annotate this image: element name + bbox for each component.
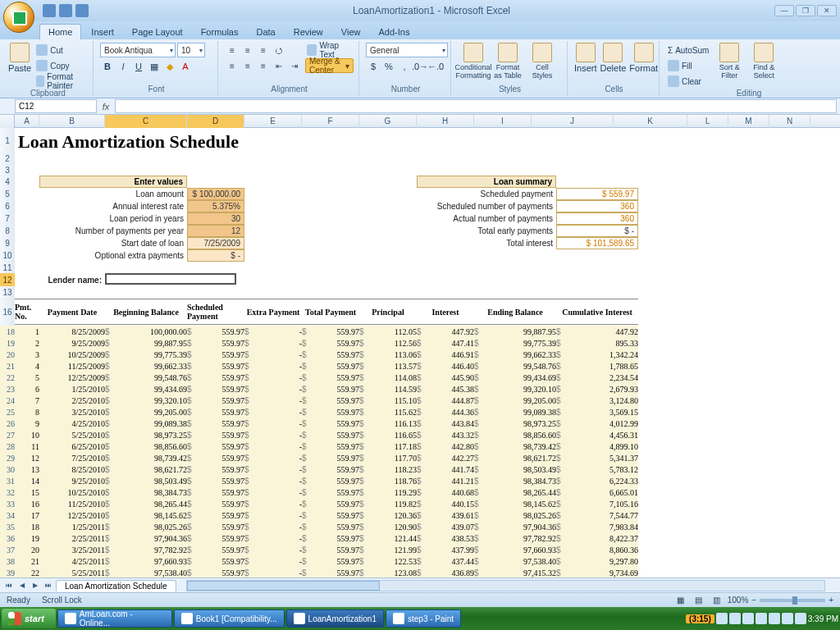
amort-cell[interactable]: $559.97 [302,567,359,578]
amort-cell[interactable]: $6,224.33 [556,475,638,486]
amort-cell[interactable]: 8 [15,406,39,418]
taskbar-item-browser[interactable]: AmLoan.com - Online... [57,609,172,628]
amort-cell[interactable]: $99,548.76 [474,360,556,372]
amort-cell[interactable]: $437.99 [417,544,474,555]
amort-cell[interactable]: $- [244,326,302,337]
amort-cell[interactable]: 2 [15,337,39,349]
tray-icon[interactable] [742,613,754,624]
amort-cell[interactable]: $99,662.33 [474,349,556,360]
input-value[interactable] [187,176,244,188]
row-header[interactable]: 37 [0,544,15,555]
amort-cell[interactable]: 13 [15,463,39,475]
amort-cell[interactable]: $99,662.33 [105,360,187,372]
tab-add-ins[interactable]: Add-Ins [370,25,418,39]
amort-cell[interactable]: $114.59 [359,383,417,395]
amort-cell[interactable]: $440.68 [417,486,474,498]
sort-filter-button[interactable]: Sort & Filter [714,43,745,80]
column-header-H[interactable]: H [417,115,474,128]
horizontal-scrollbar[interactable] [186,580,825,591]
amort-cell[interactable]: $7,105.16 [556,498,638,509]
amort-cell[interactable]: $115.10 [359,395,417,406]
orientation-button[interactable]: ⭯ [272,43,286,57]
zoom-out-button[interactable]: − [751,596,756,605]
amort-cell[interactable]: $98,739.42 [474,441,556,452]
amort-cell[interactable]: $1,788.65 [556,360,638,372]
row-header[interactable]: 32 [0,486,15,498]
row-header[interactable]: 16 [0,298,15,326]
amort-cell[interactable]: $113.57 [359,360,417,372]
cut-button[interactable]: Cut [34,43,88,57]
amort-cell[interactable]: $98,265.44 [474,486,556,498]
merge-center-button[interactable]: Merge & Center ▾ [305,58,354,73]
view-layout-icon[interactable]: ▤ [692,593,706,608]
row-header[interactable]: 29 [0,452,15,463]
decrease-indent-button[interactable]: ⇤ [272,58,286,73]
minimize-button[interactable]: — [774,5,794,16]
amort-column-header[interactable]: Beginning Balance [105,298,187,326]
column-header-A[interactable]: A [15,115,39,128]
amort-cell[interactable]: $99,320.10 [105,395,187,406]
font-name-dropdown[interactable]: Book Antiqua [100,43,176,57]
amort-cell[interactable]: $115.62 [359,406,417,418]
amort-cell[interactable]: $559.97 [187,509,244,521]
amort-cell[interactable]: $- [244,418,302,429]
align-middle-button[interactable]: ≡ [240,43,255,57]
column-header-F[interactable]: F [302,115,359,128]
row-header[interactable]: 26 [0,418,15,429]
amort-cell[interactable]: 22 [15,567,39,578]
format-as-table-button[interactable]: Format as Table [492,43,523,80]
column-header-L[interactable]: L [687,115,728,128]
fill-color-button[interactable]: ◆ [162,59,177,74]
amort-cell[interactable]: 7/25/2010 [39,452,105,463]
amort-cell[interactable]: $442.80 [417,441,474,452]
amort-cell[interactable]: $- [244,395,302,406]
row-header[interactable]: 27 [0,429,15,441]
amort-cell[interactable]: $98,621.72 [105,463,187,475]
amort-cell[interactable]: $119.29 [359,486,417,498]
amort-cell[interactable]: $559.97 [187,475,244,486]
underline-button[interactable]: U [131,59,146,74]
cell-styles-button[interactable]: Cell Styles [527,43,558,80]
amort-cell[interactable]: 4 [15,360,39,372]
amort-cell[interactable]: 11 [15,441,39,452]
amort-cell[interactable]: $1,342.24 [556,349,638,360]
amort-cell[interactable]: $99,775.39 [105,349,187,360]
amort-cell[interactable]: 12/25/2010 [39,509,105,521]
amort-cell[interactable]: $5,341.37 [556,452,638,463]
row-header[interactable]: 23 [0,383,15,395]
amort-cell[interactable]: $98,265.44 [105,498,187,509]
amort-cell[interactable]: $559.97 [187,567,244,578]
amort-cell[interactable]: $117.70 [359,452,417,463]
column-header-B[interactable]: B [39,115,105,128]
start-button[interactable]: start [2,609,56,628]
amort-cell[interactable]: $- [244,429,302,441]
amort-cell[interactable]: $3,569.15 [556,406,638,418]
align-top-button[interactable]: ≡ [225,43,240,57]
taskbar-item-loan[interactable]: LoanAmortization1 [286,609,384,628]
row-header[interactable]: 19 [0,337,15,349]
amort-cell[interactable]: 9/25/2009 [39,337,105,349]
amort-cell[interactable]: $- [244,452,302,463]
tray-icon[interactable] [756,613,767,624]
amort-cell[interactable]: $559.97 [302,441,359,452]
amort-cell[interactable]: $97,660.93 [474,544,556,555]
amort-cell[interactable]: $559.97 [302,406,359,418]
amort-cell[interactable]: $559.97 [187,452,244,463]
amort-cell[interactable]: $116.13 [359,418,417,429]
bold-button[interactable]: B [100,59,115,74]
qat-undo-icon[interactable] [59,4,72,17]
amort-cell[interactable]: 5/25/2010 [39,429,105,441]
amort-cell[interactable]: $97,904.36 [474,521,556,532]
amort-cell[interactable]: 11/25/2009 [39,360,105,372]
percent-button[interactable]: % [381,59,396,74]
row-header[interactable]: 28 [0,441,15,452]
amort-cell[interactable]: $442.27 [417,452,474,463]
amort-cell[interactable]: $439.61 [417,509,474,521]
amort-cell[interactable]: $445.38 [417,383,474,395]
tray-icon[interactable] [782,613,793,624]
amort-cell[interactable]: 3/25/2010 [39,406,105,418]
amort-cell[interactable]: $559.97 [302,509,359,521]
tab-home[interactable]: Home [39,24,81,39]
row-header[interactable]: 3 [0,164,15,176]
amort-cell[interactable]: $446.40 [417,360,474,372]
